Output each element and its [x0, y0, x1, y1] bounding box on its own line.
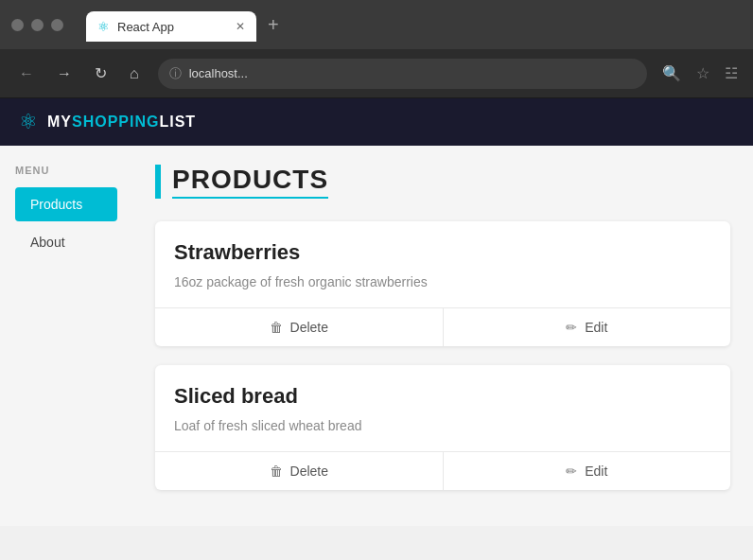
- tab-title: React App: [117, 20, 174, 34]
- bookmark-icon[interactable]: ☆: [696, 64, 709, 82]
- product-name: Strawberries: [174, 240, 711, 265]
- tab-close-button[interactable]: ✕: [236, 20, 245, 33]
- main-layout: MENU Products About PRODUCTS Strawberrie…: [0, 146, 753, 526]
- toolbar-icons: 🔍 ☆ ☳: [662, 64, 738, 82]
- delete-button[interactable]: 🗑 Delete: [155, 452, 443, 490]
- sidebar-item-about[interactable]: About: [15, 225, 117, 259]
- page-title-accent: [155, 165, 161, 199]
- edit-icon: ✏: [566, 320, 577, 335]
- title-bar: ⚛ React App ✕ +: [0, 0, 753, 49]
- delete-button[interactable]: 🗑 Delete: [155, 308, 443, 346]
- edit-button[interactable]: ✏ Edit: [443, 452, 731, 490]
- refresh-button[interactable]: ↻: [91, 61, 111, 86]
- bookmarks-list-icon[interactable]: ☳: [725, 64, 738, 82]
- maximize-window-btn[interactable]: [51, 19, 63, 31]
- home-button[interactable]: ⌂: [126, 61, 143, 86]
- product-card: Sliced bread Loaf of fresh sliced wheat …: [155, 365, 730, 490]
- app-logo-icon: ⚛: [19, 110, 38, 134]
- product-description: 16oz package of fresh organic strawberri…: [174, 272, 711, 292]
- security-info-icon: ⓘ: [169, 65, 182, 82]
- trash-icon: 🗑: [270, 320, 283, 335]
- window-controls: [11, 19, 63, 31]
- content-area: PRODUCTS Strawberries 16oz package of fr…: [132, 146, 753, 526]
- app-title-list: LIST: [159, 114, 196, 130]
- active-tab[interactable]: ⚛ React App ✕: [86, 11, 256, 42]
- search-icon[interactable]: 🔍: [662, 64, 681, 82]
- edit-label: Edit: [585, 464, 607, 479]
- delete-label: Delete: [290, 464, 328, 479]
- trash-icon: 🗑: [270, 464, 283, 479]
- app-title-my: MY: [47, 114, 72, 130]
- app-title-shopping: SHOPPING: [72, 114, 159, 130]
- product-card: Strawberries 16oz package of fresh organ…: [155, 221, 730, 346]
- edit-label: Edit: [585, 320, 607, 335]
- tab-bar: ⚛ React App ✕ +: [75, 8, 298, 42]
- edit-icon: ✏: [566, 464, 577, 479]
- product-card-body: Strawberries 16oz package of fresh organ…: [155, 221, 730, 307]
- product-name: Sliced bread: [174, 384, 711, 409]
- delete-label: Delete: [290, 320, 328, 335]
- product-actions: 🗑 Delete ✏ Edit: [155, 307, 730, 346]
- url-text: localhost...: [189, 66, 248, 80]
- page-header: PRODUCTS: [155, 165, 730, 199]
- sidebar: MENU Products About: [0, 146, 132, 526]
- sidebar-menu-label: MENU: [15, 165, 117, 176]
- back-button[interactable]: ←: [15, 61, 38, 86]
- close-window-btn[interactable]: [11, 19, 24, 31]
- app-title: MYSHOPPINGLIST: [47, 114, 196, 131]
- url-bar[interactable]: ⓘ localhost...: [158, 59, 647, 89]
- browser-chrome: ⚛ React App ✕ + ← → ↻ ⌂ ⓘ localhost... 🔍…: [0, 0, 753, 98]
- address-bar: ← → ↻ ⌂ ⓘ localhost... 🔍 ☆ ☳: [0, 49, 753, 98]
- new-tab-button[interactable]: +: [260, 10, 287, 40]
- sidebar-item-products[interactable]: Products: [15, 187, 117, 221]
- product-actions: 🗑 Delete ✏ Edit: [155, 451, 730, 490]
- app-header: ⚛ MYSHOPPINGLIST: [0, 98, 753, 146]
- react-icon: ⚛: [97, 19, 110, 34]
- minimize-window-btn[interactable]: [31, 19, 44, 31]
- product-card-body: Sliced bread Loaf of fresh sliced wheat …: [155, 365, 730, 451]
- edit-button[interactable]: ✏ Edit: [443, 308, 731, 346]
- product-description: Loaf of fresh sliced wheat bread: [174, 416, 711, 436]
- page-title: PRODUCTS: [172, 165, 328, 199]
- forward-button[interactable]: →: [53, 61, 76, 86]
